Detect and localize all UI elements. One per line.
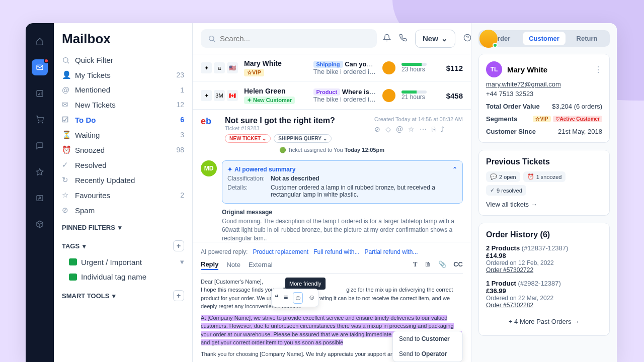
mail-icon[interactable] xyxy=(32,59,48,75)
add-tool-button[interactable]: + xyxy=(173,290,184,301)
analytics-icon[interactable] xyxy=(32,85,48,102)
smart-tools-head[interactable]: SMART TOOLS ▾+ xyxy=(54,284,192,304)
note-tab[interactable]: Note xyxy=(226,260,240,269)
svg-point-2 xyxy=(38,122,39,123)
sender-avatar: MD xyxy=(201,160,217,176)
home-icon[interactable] xyxy=(32,33,48,49)
more-icon[interactable]: ⋮ xyxy=(594,65,602,74)
user-avatar[interactable] xyxy=(479,30,498,48)
ticket-list: ✦a🇺🇸 Mary White☆VIP Shipping Can you sen… xyxy=(193,54,471,110)
new-ticket-pill[interactable]: NEW TICKET ⌄ xyxy=(225,134,271,143)
tag-icon[interactable]: ⊘ xyxy=(374,125,380,133)
format-icon[interactable]: 𝐓 xyxy=(413,260,418,268)
tag-item[interactable]: Urgent / Important▾ xyxy=(54,254,192,269)
snoozed-chip[interactable]: ⏰ 1 snoozed xyxy=(523,171,566,182)
svg-marker-4 xyxy=(36,168,43,175)
star-action-icon[interactable]: ☆ xyxy=(408,125,415,133)
pinned-filters-head[interactable]: PINNED FILTERS ▾ xyxy=(54,218,192,234)
main-content: New ⌄ ✦a🇺🇸 Mary White☆VIP Shipping Can y… xyxy=(193,23,471,362)
filter-snoozed[interactable]: ⏰Snoozed98 xyxy=(54,142,192,157)
phone-icon[interactable] xyxy=(399,34,407,44)
order-history-head: Order History (6) xyxy=(486,230,602,239)
previous-tickets-card: Previous Tickets 💬 2 open ⏰ 1 snoozed ✓ … xyxy=(478,150,610,216)
star-icon[interactable] xyxy=(32,164,48,180)
svg-point-3 xyxy=(42,122,43,123)
help-icon[interactable] xyxy=(463,34,471,44)
copy-icon[interactable]: ⎘ xyxy=(432,125,436,133)
filter-mentioned[interactable]: @Mentioned1 xyxy=(54,82,192,97)
filter-resolved[interactable]: ✓Resolved xyxy=(54,157,192,172)
ebay-logo-icon: eb xyxy=(201,116,219,128)
attach-icon[interactable]: 📎 xyxy=(438,260,446,268)
open-chip[interactable]: 💬 2 open xyxy=(486,171,520,182)
tags-head[interactable]: TAGS ▾+ xyxy=(54,234,192,254)
filter-waiting[interactable]: ⏳Waiting3 xyxy=(54,127,192,142)
send-operator[interactable]: Send to Operator xyxy=(393,346,462,361)
resolved-chip[interactable]: ✓ 9 resolved xyxy=(486,185,526,196)
ticket-row[interactable]: ✦a🇺🇸 Mary White☆VIP Shipping Can you sen… xyxy=(193,54,471,82)
new-button[interactable]: New ⌄ xyxy=(415,30,455,48)
suggestion-2[interactable]: Full refund with... xyxy=(313,248,359,255)
svg-point-7 xyxy=(63,57,68,62)
send-menu: Send to Customer Send to Operator xyxy=(392,331,463,362)
ai-summary-box: ✦ AI powered summary⌃ Classification:Not… xyxy=(222,160,463,204)
reply-tab[interactable]: Reply xyxy=(201,259,218,270)
ticket-row[interactable]: ✦3M🇨🇦 Helen Green✦ New Customer Product … xyxy=(193,82,471,110)
tone-tooltip: More friendly xyxy=(285,278,326,290)
mailbox-title: Mailbox xyxy=(54,31,192,53)
order-item[interactable]: 1 Product (#2982-12387)£36.99Ordered on … xyxy=(486,280,602,309)
search-input[interactable] xyxy=(220,34,370,43)
filter-favourites[interactable]: ☆Favourites2 xyxy=(54,188,192,203)
tag-item[interactable]: Individual tag name xyxy=(54,269,192,284)
prev-tickets-head: Previous Tickets xyxy=(486,157,602,166)
cc-button[interactable]: CC xyxy=(453,260,463,268)
chat-icon[interactable] xyxy=(32,138,48,154)
share-icon[interactable]: ⤴ xyxy=(441,125,444,133)
segment-tabs: Order Customer Return xyxy=(478,30,610,47)
customer-tab[interactable]: Customer xyxy=(523,32,566,45)
link-icon[interactable]: ⋯ xyxy=(420,125,427,133)
cart-icon[interactable] xyxy=(32,112,48,128)
file-icon[interactable]: 🗎 xyxy=(425,260,431,268)
filter-new-tickets[interactable]: ✉New Tickets12 xyxy=(54,97,192,112)
created-time: Created Today at 14:56 at 08:32 AM xyxy=(374,116,463,122)
more-orders-link[interactable]: + 4 More Past Orders → xyxy=(486,315,602,328)
customer-email[interactable]: mary.white72@gmail.com xyxy=(486,80,602,88)
suggestion-3[interactable]: Partial refund with... xyxy=(365,248,418,255)
topbar: New ⌄ xyxy=(193,23,471,54)
package-icon[interactable] xyxy=(32,216,48,232)
filter-recently-updated[interactable]: ↻Recently Updated xyxy=(54,172,192,188)
contact-icon[interactable] xyxy=(32,190,48,206)
ai-summary-head[interactable]: ✦ AI powered summary⌃ xyxy=(227,166,457,173)
customer-card: TL Mary White ⋮ mary.white72@gmail.com +… xyxy=(478,54,610,143)
customer-phone: +44 7513 32523 xyxy=(486,90,602,98)
send-customer[interactable]: Send to Customer xyxy=(393,331,462,346)
svg-point-8 xyxy=(209,36,214,40)
external-tab[interactable]: External xyxy=(249,260,273,269)
customer-name: Mary White xyxy=(507,65,547,74)
formal-icon[interactable]: ☺ xyxy=(308,292,315,304)
quote-icon[interactable]: ❝ xyxy=(275,292,279,304)
customer-avatar: TL xyxy=(486,61,502,77)
order-history-card: Order History (6) 2 Products (#12837-123… xyxy=(478,223,610,336)
assign-icon[interactable]: @ xyxy=(396,125,403,133)
order-item[interactable]: 2 Products (#12837-12387)£14.98Ordered o… xyxy=(486,244,602,274)
bookmark-icon[interactable]: ◇ xyxy=(385,125,391,133)
tone-toolbar: ❝ ≡ ☺ ☺ xyxy=(271,289,319,307)
original-message-text: Good morning. The description of the lam… xyxy=(222,217,463,242)
ticket-title: Not sure I got the right item? xyxy=(225,116,368,125)
search-box[interactable] xyxy=(201,29,377,48)
bell-icon[interactable] xyxy=(383,34,391,44)
shipping-query-pill[interactable]: SHIPPING QUERY ⌄ xyxy=(274,134,332,143)
add-tag-button[interactable]: + xyxy=(173,240,184,251)
friendly-icon[interactable]: ☺ xyxy=(293,292,303,304)
quick-filter[interactable]: Quick Filter xyxy=(54,53,192,67)
rewrite-icon[interactable]: ≡ xyxy=(284,292,288,304)
filter-to-do[interactable]: ☑To Do6 xyxy=(54,112,192,127)
filter-spam[interactable]: ⊘Spam xyxy=(54,203,192,218)
sidebar: Mailbox Quick Filter 👤My Tickets23@Menti… xyxy=(54,23,193,362)
return-tab[interactable]: Return xyxy=(566,32,608,45)
view-all-tickets[interactable]: View all tickets → xyxy=(486,201,602,208)
filter-my-tickets[interactable]: 👤My Tickets23 xyxy=(54,67,192,82)
suggestion-1[interactable]: Product replacement xyxy=(253,248,308,255)
